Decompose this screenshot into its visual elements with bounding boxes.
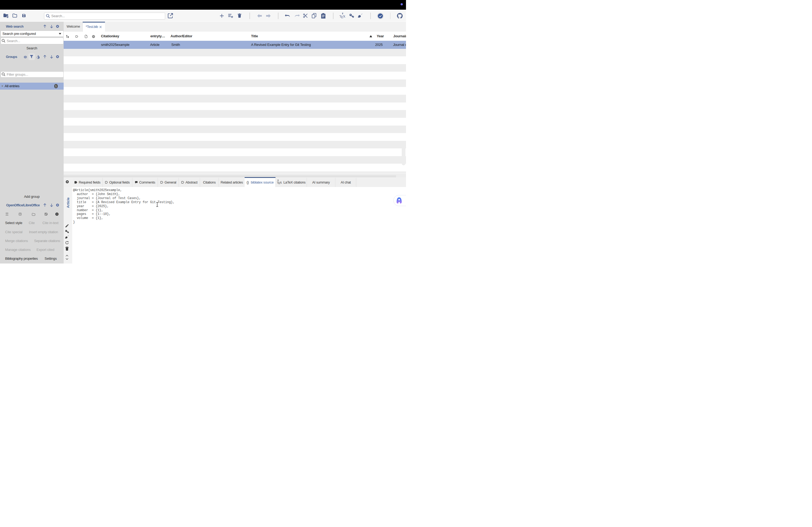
svg-text:?: ? [56, 213, 57, 215]
